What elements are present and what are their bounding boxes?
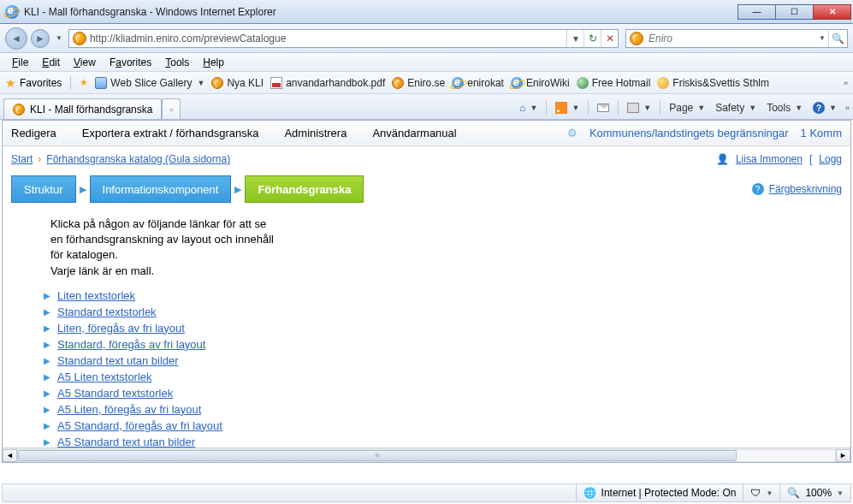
history-dropdown[interactable]: ▼ [53, 34, 65, 42]
app-menu-administrera[interactable]: Administrera [284, 127, 347, 139]
kommun-count[interactable]: 1 Komm [801, 127, 842, 139]
minimize-button[interactable] [737, 4, 776, 20]
intro-text: Klicka på någon av följande länkar för a… [3, 211, 850, 288]
tab-struktur[interactable]: Struktur [11, 175, 76, 203]
template-link[interactable]: A5 Liten, föregås av fri layout [57, 403, 201, 416]
user-link[interactable]: Liisa Immonen [736, 153, 803, 165]
eniro-icon [392, 77, 404, 89]
fav-pdf[interactable]: anvandarhandbok.pdf [270, 77, 385, 89]
security-zone[interactable]: 🌐 Internet | Protected Mode: On [576, 484, 743, 501]
menu-favorites[interactable]: Favorites [103, 55, 158, 70]
app-menu-manual[interactable]: Användarmanual [372, 127, 456, 139]
fav-enirokat[interactable]: enirokat [452, 77, 504, 89]
template-link[interactable]: Liten, föregås av fri layout [57, 322, 185, 335]
address-bar[interactable]: ▾ ↻ ✕ [68, 29, 619, 48]
search-provider-dropdown[interactable]: ▼ [816, 34, 828, 42]
scroll-track[interactable] [17, 449, 836, 462]
rss-icon [555, 102, 567, 114]
refresh-button[interactable]: ↻ [583, 30, 601, 47]
search-provider-icon [630, 32, 643, 45]
triangle-icon: ▶ [44, 291, 50, 300]
begransningar-link[interactable]: Kommunens/landstingets begränsningar [589, 127, 789, 139]
template-link[interactable]: Standard text utan bilder [57, 354, 179, 367]
list-item: ▶Standard text utan bilder [44, 353, 842, 369]
template-link-list: ▶Liten textstorlek ▶Standard textstorlek… [3, 288, 850, 459]
template-link[interactable]: A5 Standard, föregås av fri layout [57, 419, 222, 432]
url-input[interactable] [90, 33, 566, 44]
triangle-icon: ▶ [44, 307, 50, 317]
search-box[interactable]: ▼ 🔍 [625, 29, 848, 48]
breadcrumb: Start › Förhandsgranska katalog (Gula si… [3, 146, 850, 172]
triangle-icon: ▶ [44, 340, 50, 349]
favorites-overflow[interactable]: » [844, 79, 848, 87]
template-link[interactable]: Standard textstorlek [57, 305, 157, 318]
tab-forhandsgranska[interactable]: Förhandsgranska [245, 175, 364, 203]
triangle-icon: ▶ [44, 437, 50, 447]
app-menu-redigera[interactable]: Redigera [11, 127, 56, 139]
help-icon: ? [813, 102, 825, 114]
protected-mode-toggle[interactable]: 🛡▼ [743, 484, 779, 501]
command-bar: ⌂▼ ▼ ▼ Page▼ Safety▼ Tools▼ ?▼ » [516, 100, 850, 119]
scroll-left-button[interactable]: ◄ [3, 449, 17, 462]
back-button[interactable]: ◄ [5, 27, 27, 50]
fav-nya-kli[interactable]: Nya KLI [211, 77, 264, 89]
tools-menu[interactable]: Tools▼ [763, 100, 806, 116]
slice-icon [95, 77, 107, 89]
page-viewport: Redigera Exportera extrakt / förhandsgra… [2, 120, 851, 463]
search-input[interactable] [647, 33, 816, 44]
menu-file[interactable]: FFileile [5, 55, 35, 70]
menu-tools[interactable]: Tools [158, 55, 196, 70]
app-menu-exportera[interactable]: Exportera extrakt / förhandsgranska [82, 127, 259, 139]
page-menu[interactable]: Page▼ [666, 100, 708, 116]
new-tab-button[interactable]: ▫ [162, 98, 181, 119]
logout-link[interactable]: Logg [819, 153, 842, 165]
menu-view[interactable]: View [67, 55, 103, 70]
favorites-label[interactable]: Favorites [20, 77, 62, 89]
close-button[interactable] [813, 4, 851, 20]
stop-button[interactable]: ✕ [601, 30, 618, 47]
help-button[interactable]: ?▼ [809, 100, 840, 116]
triangle-icon: ▶ [44, 356, 50, 365]
add-to-favorites-bar[interactable]: ★ [80, 77, 88, 88]
favorites-star-icon[interactable]: ★ [5, 76, 16, 90]
zoom-control[interactable]: 🔍 100% ▼ [779, 484, 850, 501]
menu-help[interactable]: Help [196, 55, 231, 70]
crumb-current[interactable]: Förhandsgranska katalog (Gula sidorna) [46, 153, 230, 165]
template-link[interactable]: A5 Standard text utan bilder [57, 436, 195, 448]
horizontal-scrollbar[interactable]: ◄ ► [3, 448, 850, 462]
command-overflow[interactable]: » [845, 104, 850, 112]
scroll-thumb[interactable] [18, 450, 737, 461]
address-dropdown[interactable]: ▾ [566, 30, 583, 47]
feeds-button[interactable]: ▼ [552, 100, 583, 116]
tab-title: KLI - Mall förhandsgranska [30, 104, 152, 116]
fav-hotmail[interactable]: Free Hotmail [577, 77, 651, 89]
list-item: ▶Standard, föregås av fri layout [44, 336, 842, 353]
template-link[interactable]: Standard, föregås av fri layout [57, 338, 205, 351]
zoom-icon: 🔍 [787, 487, 800, 499]
maximize-button[interactable] [775, 4, 814, 20]
tab-informationskomponent[interactable]: Informationskomponent [90, 175, 232, 203]
fav-enirowiki[interactable]: EniroWiki [511, 77, 570, 89]
fav-friskis[interactable]: Friskis&Svettis Sthlm [657, 77, 769, 89]
template-link[interactable]: Liten textstorlek [57, 289, 135, 302]
read-mail-button[interactable] [594, 102, 613, 114]
fargbeskrivning-link[interactable]: Färgbeskrivning [769, 183, 842, 195]
home-button[interactable]: ⌂▼ [516, 100, 541, 116]
tab-active[interactable]: KLI - Mall förhandsgranska [3, 98, 162, 119]
forward-button[interactable]: ► [31, 29, 50, 48]
triangle-icon: ▶ [44, 388, 50, 398]
fav-web-slice[interactable]: Web Slice Gallery▼ [95, 77, 204, 89]
search-button[interactable]: 🔍 [828, 30, 847, 47]
template-link[interactable]: A5 Liten textstorlek [57, 371, 152, 383]
menu-edit[interactable]: Edit [35, 55, 67, 70]
print-button[interactable]: ▼ [624, 101, 655, 115]
crumb-start[interactable]: Start [11, 153, 33, 165]
safety-menu[interactable]: Safety▼ [712, 100, 760, 116]
tab-favicon [13, 104, 25, 116]
gear-icon: ⚙ [567, 127, 578, 139]
tab-bar: KLI - Mall förhandsgranska ▫ ⌂▼ ▼ ▼ Page… [0, 94, 853, 120]
list-item: ▶Liten, föregås av fri layout [44, 320, 842, 336]
template-link[interactable]: A5 Standard textstorlek [57, 387, 173, 400]
fav-eniro-se[interactable]: Eniro.se [392, 77, 445, 89]
scroll-right-button[interactable]: ► [836, 449, 850, 462]
